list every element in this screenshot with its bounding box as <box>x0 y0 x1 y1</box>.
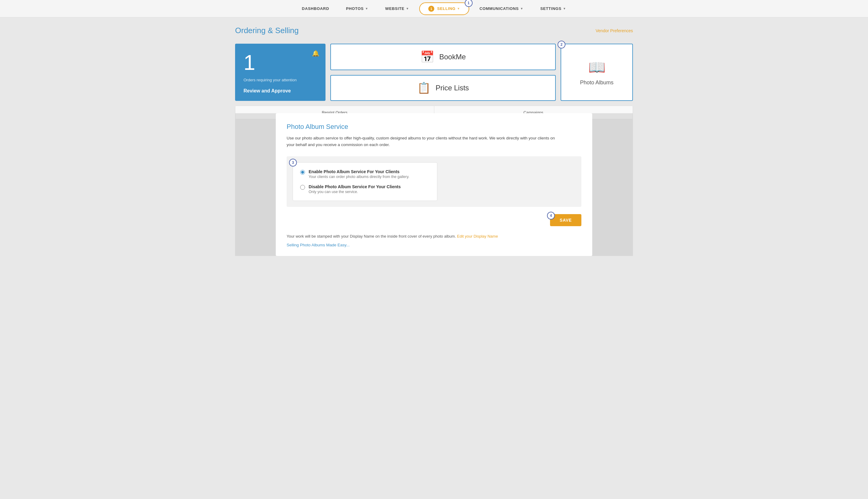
bookme-icon: 📅 <box>420 50 434 63</box>
enable-option[interactable]: Enable Photo Album Service For Your Clie… <box>300 169 430 179</box>
step-4-badge: 4 <box>547 212 555 220</box>
nav-dashboard[interactable]: DASHBOARD <box>294 0 337 17</box>
nav-communications[interactable]: COMMUNICATIONS ▼ <box>471 0 532 17</box>
vendor-preferences-link[interactable]: Vendor Preferences <box>596 28 633 33</box>
page-container: Ordering & Selling Vendor Preferences 🔔 … <box>223 17 645 264</box>
pricelist-label: Price Lists <box>436 84 469 92</box>
enable-radio[interactable] <box>300 170 305 175</box>
chevron-down-icon: ▼ <box>457 7 460 10</box>
navigation: DASHBOARD PHOTOS ▼ WEBSITE ▼ 1 SELLING ▼… <box>0 0 868 17</box>
page-title: Ordering & Selling <box>235 26 299 35</box>
modal-description: Use our photo album service to offer hig… <box>287 135 558 148</box>
page-header: Ordering & Selling Vendor Preferences <box>235 26 633 35</box>
orders-card[interactable]: 🔔 1 Orders requiring your attention Revi… <box>235 44 325 101</box>
pricelist-card[interactable]: 📋 Price Lists <box>330 75 556 101</box>
albums-card-wrapper: 2 📖 Photo Albums <box>561 44 633 101</box>
step-1-badge: 1 <box>465 0 473 7</box>
edit-display-name-link[interactable]: Edit your Display Name <box>457 234 498 239</box>
bookme-label: BookMe <box>439 53 466 61</box>
selling-albums-link[interactable]: Selling Photo Albums Made Easy... <box>287 243 349 247</box>
disable-option-text: Disable Photo Album Service For Your Cli… <box>309 184 401 194</box>
chevron-down-icon: ▼ <box>365 7 369 10</box>
modal-overlay: Photo Album Service Use our photo album … <box>235 113 633 256</box>
nav-photos[interactable]: PHOTOS ▼ <box>337 0 377 17</box>
bell-icon: 🔔 <box>312 50 320 57</box>
albums-card[interactable]: 📖 Photo Albums <box>561 44 633 101</box>
enable-option-text: Enable Photo Album Service For Your Clie… <box>309 169 409 179</box>
bookme-card[interactable]: 📅 BookMe <box>330 44 556 70</box>
order-label: Orders requiring your attention <box>243 78 317 82</box>
top-cards: 🔔 1 Orders requiring your attention Revi… <box>235 44 633 101</box>
disable-option[interactable]: Disable Photo Album Service For Your Cli… <box>300 184 430 194</box>
nav-selling[interactable]: 1 SELLING ▼ 1 <box>419 2 469 15</box>
pricelist-icon: 📋 <box>417 82 431 94</box>
save-area: 4 SAVE <box>287 214 581 226</box>
radio-panel: 3 Enable Photo Album Service For Your Cl… <box>293 162 437 201</box>
chevron-down-icon: ▼ <box>520 7 524 10</box>
chevron-down-icon: ▼ <box>406 7 409 10</box>
nav-website[interactable]: WEBSITE ▼ <box>377 0 417 17</box>
disable-radio[interactable] <box>300 185 305 190</box>
selling-badge: 1 <box>428 6 434 12</box>
modal-box: Photo Album Service Use our photo album … <box>276 113 592 256</box>
album-icon: 📖 <box>588 59 606 75</box>
order-count: 1 <box>243 52 317 73</box>
order-action: Review and Approve <box>243 88 317 94</box>
nav-settings[interactable]: SETTINGS ▼ <box>532 0 575 17</box>
step-3-badge: 3 <box>289 159 297 167</box>
album-label: Photo Albums <box>580 80 613 86</box>
chevron-down-icon: ▼ <box>563 7 566 10</box>
step-2-badge: 2 <box>558 41 566 48</box>
modal-title: Photo Album Service <box>287 123 581 131</box>
modal-footer-text: Your work will be stamped with your Disp… <box>287 233 581 240</box>
center-cards: 📅 BookMe 📋 Price Lists <box>330 44 556 101</box>
